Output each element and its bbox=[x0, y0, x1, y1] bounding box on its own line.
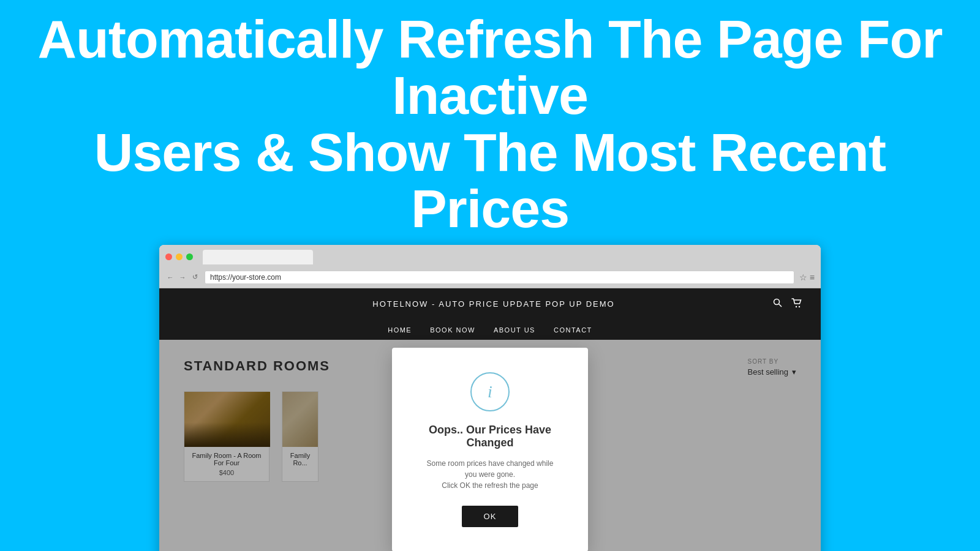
store-main: STANDARD ROOMS SORT BY Best selling ▾ Fa… bbox=[159, 340, 821, 551]
modal-info-icon: i bbox=[470, 372, 510, 411]
address-bar-row: ← → ↺ https://your-store.com ☆ ≡ bbox=[165, 268, 815, 288]
dot-yellow[interactable] bbox=[176, 253, 183, 260]
modal-dialog: i Oops.. Our Prices Have Changed Some ro… bbox=[392, 348, 588, 551]
store-title: HOTELNOW - AUTO PRICE UPDATE POP UP DEMO bbox=[214, 299, 773, 309]
browser-window: ← → ↺ https://your-store.com ☆ ≡ HOTELNO… bbox=[159, 245, 821, 551]
svg-point-0 bbox=[774, 299, 780, 304]
menu-icon[interactable]: ≡ bbox=[810, 272, 815, 282]
browser-controls bbox=[165, 250, 815, 264]
store-nav: HOME BOOK NOW ABOUT US CONTACT bbox=[178, 320, 802, 340]
hero-title-line2: Users & Show The Most Recent Prices bbox=[24, 124, 956, 238]
header-icons bbox=[773, 298, 802, 310]
dot-red[interactable] bbox=[165, 253, 172, 260]
cart-icon[interactable] bbox=[791, 298, 802, 310]
nav-about-us[interactable]: ABOUT US bbox=[494, 326, 535, 334]
refresh-button[interactable]: ↺ bbox=[190, 272, 200, 282]
nav-home[interactable]: HOME bbox=[388, 326, 412, 334]
modal-ok-button[interactable]: OK bbox=[462, 506, 519, 527]
address-bar[interactable]: https://your-store.com bbox=[205, 271, 794, 284]
modal-body-line1: Some room prices have changed while you … bbox=[423, 458, 557, 480]
modal-body-line2: Click OK the refresh the page bbox=[423, 480, 557, 491]
hero-title: Automatically Refresh The Page For Inact… bbox=[0, 0, 980, 245]
dot-green[interactable] bbox=[186, 253, 193, 260]
browser-actions: ☆ ≡ bbox=[799, 272, 815, 282]
nav-book-now[interactable]: BOOK NOW bbox=[430, 326, 475, 334]
browser-chrome: ← → ↺ https://your-store.com ☆ ≡ bbox=[159, 245, 821, 288]
forward-button[interactable]: → bbox=[178, 272, 187, 282]
nav-arrows: ← → ↺ bbox=[165, 272, 200, 282]
back-button[interactable]: ← bbox=[165, 272, 175, 282]
star-icon[interactable]: ☆ bbox=[799, 272, 807, 282]
browser-tab[interactable] bbox=[203, 250, 313, 264]
svg-point-3 bbox=[799, 305, 800, 307]
nav-contact[interactable]: CONTACT bbox=[554, 326, 592, 334]
hero-title-line1: Automatically Refresh The Page For Inact… bbox=[24, 11, 956, 124]
svg-line-1 bbox=[779, 304, 782, 307]
modal-title: Oops.. Our Prices Have Changed bbox=[423, 424, 557, 449]
modal-info-letter: i bbox=[488, 382, 492, 402]
store-header: HOTELNOW - AUTO PRICE UPDATE POP UP DEMO bbox=[159, 288, 821, 340]
search-icon[interactable] bbox=[773, 298, 783, 310]
store-content: HOTELNOW - AUTO PRICE UPDATE POP UP DEMO bbox=[159, 288, 821, 551]
modal-overlay: i Oops.. Our Prices Have Changed Some ro… bbox=[159, 340, 821, 551]
modal-body: Some room prices have changed while you … bbox=[423, 458, 557, 491]
svg-point-2 bbox=[796, 305, 797, 307]
store-header-top: HOTELNOW - AUTO PRICE UPDATE POP UP DEMO bbox=[178, 288, 802, 320]
